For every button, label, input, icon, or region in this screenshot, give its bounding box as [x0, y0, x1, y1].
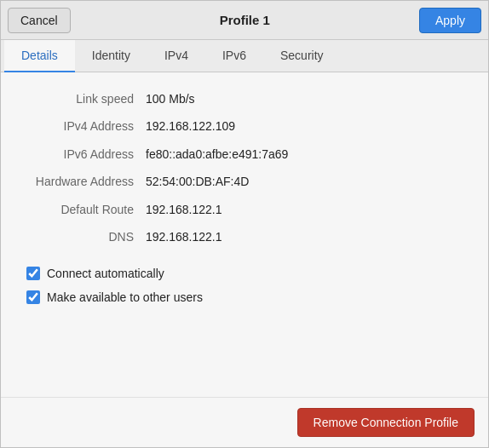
value-hardware-address: 52:54:00:DB:AF:4D — [146, 172, 463, 191]
auto-connect-label: Connect automatically — [47, 267, 164, 280]
label-dns: DNS — [26, 227, 146, 246]
auto-connect-checkbox[interactable] — [26, 267, 40, 280]
value-dns: 192.168.122.1 — [146, 227, 463, 246]
window-title: Profile 1 — [220, 13, 270, 27]
cancel-button[interactable]: Cancel — [8, 8, 71, 33]
value-ipv4-address: 192.168.122.109 — [146, 117, 463, 135]
label-hardware-address: Hardware Address — [26, 172, 146, 191]
auto-connect-row[interactable]: Connect automatically — [26, 267, 463, 280]
other-users-label: Make available to other users — [47, 290, 203, 304]
other-users-row[interactable]: Make available to other users — [26, 290, 463, 304]
checkbox-group: Connect automatically Make available to … — [26, 267, 463, 304]
footer: Remove Connection Profile — [1, 397, 488, 447]
label-link-speed: Link speed — [26, 89, 146, 108]
label-default-route: Default Route — [26, 200, 146, 219]
titlebar: Cancel Profile 1 Apply — [1, 1, 488, 40]
content-area: Link speed 100 Mb/s IPv4 Address 192.168… — [1, 72, 488, 397]
window: Cancel Profile 1 Apply Details Identity … — [0, 0, 489, 448]
tab-bar: Details Identity IPv4 IPv6 Security — [1, 40, 488, 72]
value-default-route: 192.168.122.1 — [146, 200, 463, 219]
label-ipv6-address: IPv6 Address — [26, 145, 146, 164]
info-grid: Link speed 100 Mb/s IPv4 Address 192.168… — [26, 89, 463, 246]
tab-ipv4[interactable]: IPv4 — [147, 40, 205, 72]
tab-identity[interactable]: Identity — [75, 40, 147, 72]
value-ipv6-address: fe80::ada0:afbe:e491:7a69 — [146, 145, 463, 164]
apply-button[interactable]: Apply — [419, 8, 481, 33]
value-link-speed: 100 Mb/s — [146, 89, 463, 108]
tab-details[interactable]: Details — [4, 40, 75, 72]
other-users-checkbox[interactable] — [26, 290, 40, 304]
remove-connection-button[interactable]: Remove Connection Profile — [297, 408, 475, 437]
tab-security[interactable]: Security — [263, 40, 341, 72]
label-ipv4-address: IPv4 Address — [26, 117, 146, 135]
tab-ipv6[interactable]: IPv6 — [205, 40, 263, 72]
